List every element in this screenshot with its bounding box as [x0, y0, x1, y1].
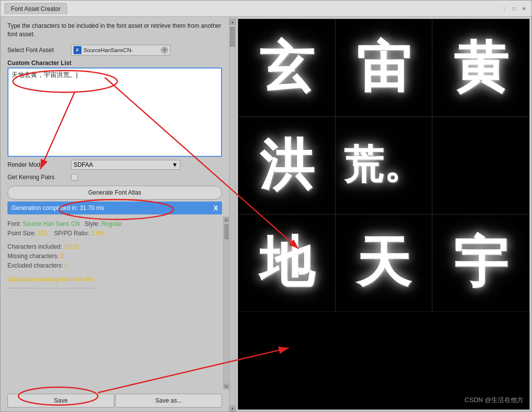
font-circle-button[interactable]: ⊙: [161, 47, 168, 54]
description-text: Type the characters to be included in th…: [0, 17, 229, 43]
missing-font-line: Characters missing from font file:: [7, 275, 216, 284]
point-size-line: Point Size: 352 SP/PD Ratio: 2.6%: [7, 229, 216, 238]
title-bar: Font Asset Creator ⋮ □ ✕: [0, 0, 532, 17]
scrollbar-up-arrow[interactable]: ▲: [224, 217, 229, 222]
save-button[interactable]: Save: [7, 394, 114, 408]
window-controls: ⋮ □ ✕: [501, 5, 528, 12]
sp-pd-value: 2.6%: [91, 230, 104, 237]
preview-char-2: 宙: [335, 19, 433, 117]
info-panel: Font: Source Han Sans CN Style: Regular …: [0, 216, 229, 390]
generate-button[interactable]: Generate Font Atlas: [7, 186, 222, 200]
render-mode-label: Render Mode: [7, 161, 67, 168]
preview-char-9: 宇: [432, 214, 530, 312]
left-panel-scroll-thumb[interactable]: [230, 27, 235, 47]
missing-chars-line: Missing characters: 0: [7, 252, 216, 261]
style-value: Regular: [101, 220, 122, 227]
font-name-text: SourceHanSansCN-: [83, 47, 159, 53]
preview-char-8: 天: [335, 214, 433, 312]
kerning-checkbox[interactable]: [71, 174, 78, 181]
left-panel-scroll-down[interactable]: ▼: [229, 406, 235, 412]
vertical-divider: ▲ ▼: [229, 17, 236, 412]
style-label: Style:: [84, 220, 99, 227]
excluded-chars-line: Excluded characters: 0: [7, 261, 216, 271]
status-text: Generation completed in: 31.70 ms: [11, 205, 104, 211]
custom-char-list-label: Custom Character List: [0, 58, 229, 68]
excluded-chars-label: Excluded characters:: [7, 262, 63, 269]
render-mode-value: SDFAA: [74, 161, 93, 168]
missing-chars-value: 0: [61, 253, 64, 260]
font-asset-selector[interactable]: F SourceHanSansCN- ⊙: [71, 45, 170, 56]
info-scrollbar[interactable]: ▲ ▼: [223, 216, 229, 390]
chars-included-line: Characters included: 10/10: [7, 242, 216, 252]
preview-char-3: 黄: [432, 19, 530, 117]
sp-pd-label: SP/PD Ratio:: [54, 230, 89, 237]
save-button-label: Save: [54, 397, 68, 404]
status-bar: Generation completed in: 31.70 ms X: [7, 202, 222, 214]
point-size-value: 352: [38, 230, 48, 237]
font-preview-canvas: 玄 宙 黄 洪 荒。 地 天 宇 CSDN @生活在他方: [238, 19, 530, 410]
render-mode-dropdown-icon: ▼: [172, 161, 178, 168]
render-mode-row: Render Mode SDFAA ▼: [0, 157, 229, 173]
window-body: Type the characters to be included in th…: [0, 17, 532, 412]
scrollbar-thumb[interactable]: [225, 224, 228, 239]
chars-included-value: 10/10: [64, 243, 78, 250]
chars-included-label: Characters included:: [7, 243, 62, 250]
char-preview-grid: 玄 宙 黄 洪 荒。 地 天 宇: [238, 19, 530, 410]
generate-button-label: Generate Font Atlas: [88, 189, 142, 196]
font-label: Font:: [7, 220, 21, 227]
info-divider: ---------------------------------------: [7, 284, 216, 290]
save-as-button[interactable]: Save as...: [115, 394, 222, 408]
kerning-label: Get Kerning Pairs: [7, 174, 67, 181]
maximize-icon[interactable]: □: [511, 5, 518, 12]
kerning-row: Get Kerning Pairs: [0, 173, 229, 182]
window-tab[interactable]: Font Asset Creator: [4, 3, 67, 14]
point-size-label: Point Size:: [7, 230, 36, 237]
missing-chars-label: Missing characters:: [7, 253, 59, 260]
font-type-icon: F: [74, 46, 81, 54]
render-mode-select[interactable]: SDFAA ▼: [71, 160, 180, 170]
more-options-icon[interactable]: ⋮: [501, 5, 508, 12]
scrollbar-down-arrow[interactable]: ▼: [224, 384, 229, 389]
missing-font-label: Characters missing from font file:: [7, 276, 94, 283]
left-panel: Type the characters to be included in th…: [0, 17, 229, 412]
preview-char-6: [432, 117, 530, 214]
preview-char-7: 地: [238, 214, 335, 312]
select-font-label: Select Font Asset: [7, 47, 67, 54]
font-asset-section: Select Font Asset F SourceHanSansCN- ⊙: [0, 43, 229, 58]
close-icon[interactable]: ✕: [521, 5, 528, 12]
font-info-line: Font: Source Han Sans CN Style: Regular: [7, 219, 216, 229]
preview-char-1: 玄: [238, 19, 335, 117]
right-panel: 玄 宙 黄 洪 荒。 地 天 宇 CSDN @生活在他方: [238, 19, 530, 410]
status-close-button[interactable]: X: [214, 204, 218, 212]
window-title: Font Asset Creator: [11, 5, 61, 12]
left-panel-scroll-up[interactable]: ▲: [229, 19, 235, 25]
bottom-buttons: Save Save as...: [0, 390, 229, 412]
font-asset-row: Select Font Asset F SourceHanSansCN- ⊙: [7, 45, 222, 56]
watermark: CSDN @生活在他方: [464, 396, 524, 405]
save-as-button-label: Save as...: [155, 397, 182, 404]
char-list-input[interactable]: 天地玄黄，宇宙洪荒。|: [11, 70, 218, 154]
preview-char-5: 荒。: [335, 117, 433, 214]
excluded-chars-value: 0: [65, 262, 68, 269]
char-list-area[interactable]: 天地玄黄，宇宙洪荒。|: [7, 68, 222, 157]
font-value: Source Han Sans CN: [23, 220, 80, 227]
info-scroll: Font: Source Han Sans CN Style: Regular …: [0, 216, 223, 390]
preview-char-4: 洪: [238, 117, 335, 214]
